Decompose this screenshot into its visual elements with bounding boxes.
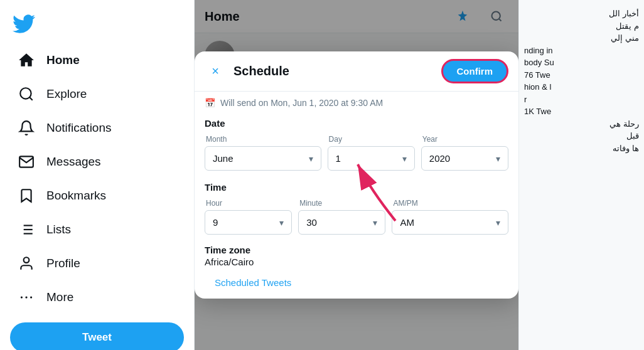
trending-text-5: r (524, 93, 639, 106)
sidebar-item-home[interactable]: Home (5, 44, 189, 77)
arabic-text-6: ها وفاته (524, 142, 639, 155)
arabic-text-3: مني إلي (524, 32, 639, 45)
sidebar-profile-label: Profile (46, 257, 80, 270)
ampm-chevron-icon: ▾ (496, 218, 500, 228)
right-panel: أخبار الل م يقتل مني إلي nding in body S… (518, 0, 644, 350)
twitter-logo[interactable] (0, 5, 194, 43)
month-chevron-icon: ▾ (309, 154, 313, 164)
home-icon (18, 51, 35, 69)
sidebar-item-lists[interactable]: Lists (5, 213, 189, 246)
sidebar-explore-label: Explore (46, 87, 87, 101)
day-label: Day (328, 135, 415, 144)
tweet-button[interactable]: Tweet (10, 322, 184, 350)
modal-title: Schedule (233, 64, 289, 78)
sidebar-home-label: Home (46, 53, 80, 67)
day-dropdown[interactable]: 1 ▾ (328, 146, 415, 171)
modal-header: × Schedule Confirm (195, 51, 518, 92)
sidebar-item-more[interactable]: More (5, 281, 189, 314)
scheduled-tweets-container: Scheduled Tweets (195, 267, 518, 289)
ampm-dropdown[interactable]: AM ▾ (392, 210, 508, 235)
bookmark-icon (18, 187, 35, 204)
minute-dropdown-group: Minute 30 ▾ (298, 199, 385, 235)
svg-point-10 (30, 296, 32, 298)
sidebar-nav: Home Explore Notifications Messages (0, 43, 194, 315)
sidebar: Home Explore Notifications Messages (0, 0, 195, 350)
time-dropdowns-row: Hour 9 ▾ Minute 30 ▾ AM/PM (195, 196, 518, 240)
schedule-modal: × Schedule Confirm 📅 Will send on Mon, J… (195, 51, 518, 299)
arabic-text-5: قبل (524, 130, 639, 142)
scheduled-tweets-link[interactable]: Scheduled Tweets (205, 270, 301, 288)
year-chevron-icon: ▾ (496, 154, 500, 164)
trending-text-2: body Su (524, 56, 639, 69)
sidebar-more-label: More (46, 290, 73, 304)
trending-text-3: 76 Twe (524, 69, 639, 82)
ampm-value: AM (400, 217, 414, 228)
modal-overlay[interactable]: × Schedule Confirm 📅 Will send on Mon, J… (195, 0, 518, 350)
arabic-text-2: م يقتل (524, 20, 639, 33)
hour-dropdown[interactable]: 9 ▾ (205, 210, 292, 235)
svg-point-8 (24, 257, 30, 263)
sidebar-item-profile[interactable]: Profile (5, 247, 189, 280)
arabic-text-4: رحلة هي (524, 118, 639, 130)
month-dropdown-group: Month June ▾ (205, 135, 321, 171)
schedule-info: 📅 Will send on Mon, Jun 1, 2020 at 9:30 … (195, 92, 518, 112)
sidebar-lists-label: Lists (46, 223, 71, 236)
year-dropdown-group: Year 2020 ▾ (421, 135, 508, 171)
arabic-text-1: أخبار الل (524, 8, 639, 20)
month-label: Month (205, 135, 321, 144)
main-content: Home TC (195, 0, 518, 350)
close-icon: × (212, 64, 219, 78)
svg-point-9 (25, 296, 27, 298)
timezone-section: Time zone Africa/Cairo (195, 240, 518, 267)
day-value: 1 (336, 153, 341, 164)
date-section-label: Date (195, 112, 518, 132)
schedule-info-text: Will send on Mon, Jun 1, 2020 at 9:30 AM (220, 98, 383, 108)
sidebar-notifications-label: Notifications (46, 121, 112, 135)
user-icon (18, 255, 35, 272)
month-dropdown[interactable]: June ▾ (205, 146, 321, 171)
minute-value: 30 (306, 217, 317, 228)
sidebar-item-bookmarks[interactable]: Bookmarks (5, 179, 189, 212)
more-icon (18, 289, 35, 306)
year-value: 2020 (429, 153, 450, 164)
day-chevron-icon: ▾ (402, 154, 407, 164)
trending-text-6: 1K Twe (524, 105, 639, 118)
svg-point-0 (20, 88, 31, 98)
ampm-label: AM/PM (392, 199, 508, 208)
timezone-value: Africa/Cairo (205, 257, 508, 267)
lists-icon (18, 221, 35, 238)
minute-chevron-icon: ▾ (373, 218, 377, 228)
month-value: June (213, 153, 233, 164)
ampm-dropdown-group: AM/PM AM ▾ (392, 199, 508, 235)
sidebar-item-notifications[interactable]: Notifications (5, 112, 189, 144)
hour-label: Hour (205, 199, 292, 208)
hour-chevron-icon: ▾ (279, 218, 284, 228)
sidebar-messages-label: Messages (46, 155, 101, 169)
day-dropdown-group: Day 1 ▾ (328, 135, 415, 171)
explore-icon (18, 85, 35, 103)
trending-text-1: nding in (524, 45, 639, 57)
sidebar-item-messages[interactable]: Messages (5, 146, 189, 178)
close-button[interactable]: × (205, 61, 226, 82)
date-dropdowns-row: Month June ▾ Day 1 ▾ Year (195, 132, 518, 176)
trending-text-4: hion & l (524, 81, 639, 93)
modal-header-left: × Schedule (205, 61, 289, 82)
hour-dropdown-group: Hour 9 ▾ (205, 199, 292, 235)
year-dropdown[interactable]: 2020 ▾ (421, 146, 508, 171)
time-section-label: Time (195, 176, 518, 196)
svg-line-1 (30, 97, 33, 100)
sidebar-bookmarks-label: Bookmarks (46, 189, 106, 203)
mail-icon (18, 153, 35, 171)
bell-icon (18, 119, 35, 137)
calendar-icon: 📅 (205, 98, 215, 108)
minute-dropdown[interactable]: 30 ▾ (298, 210, 385, 235)
hour-value: 9 (213, 217, 218, 228)
minute-label: Minute (298, 199, 385, 208)
right-panel-content: أخبار الل م يقتل مني إلي nding in body S… (524, 5, 639, 157)
year-label: Year (421, 135, 508, 144)
timezone-label: Time zone (205, 245, 508, 255)
sidebar-item-explore[interactable]: Explore (5, 78, 189, 110)
svg-point-11 (21, 296, 23, 298)
confirm-button[interactable]: Confirm (441, 59, 509, 83)
